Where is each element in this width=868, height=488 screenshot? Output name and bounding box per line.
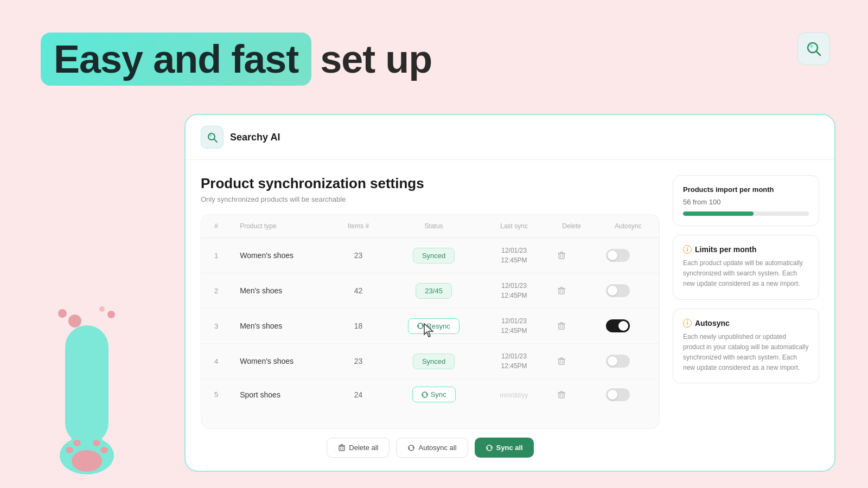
- import-count: 56 from 100: [683, 198, 809, 206]
- row-number: 1: [201, 238, 231, 273]
- autosync-all-button[interactable]: Autosync all: [396, 438, 468, 458]
- app-header: Searchy AI: [186, 115, 834, 160]
- row-number: 4: [201, 344, 231, 379]
- row-number: 2: [201, 273, 231, 309]
- limits-title: i Limits per month: [683, 245, 809, 254]
- sync-table: # Product type Items # Status Last sync …: [201, 215, 659, 410]
- left-content: Product synchronization settings Only sy…: [201, 175, 660, 460]
- page-subtitle: Only synchronized products will be searc…: [201, 195, 660, 203]
- row-items: 23: [331, 238, 385, 273]
- row-autosync-toggle[interactable]: [597, 309, 660, 344]
- paw-character: [33, 282, 141, 488]
- limits-card: i Limits per month Each product update w…: [673, 235, 819, 300]
- col-number: #: [201, 215, 231, 238]
- delete-row-button[interactable]: [555, 319, 568, 332]
- svg-point-2: [810, 44, 813, 48]
- toggle-knob: [608, 356, 617, 366]
- svg-rect-36: [559, 359, 564, 364]
- toggle-switch[interactable]: [606, 319, 630, 332]
- sync-all-button[interactable]: Sync all: [475, 438, 534, 458]
- row-delete[interactable]: [546, 309, 597, 344]
- toggle-switch[interactable]: [606, 249, 630, 262]
- toggle-switch[interactable]: [606, 388, 630, 401]
- row-status[interactable]: Synced: [386, 344, 482, 379]
- table-body: 1Women's shoes23Synced12/01/2312:45PM2Me…: [201, 238, 659, 410]
- table-container: # Product type Items # Status Last sync …: [201, 214, 660, 429]
- svg-point-13: [93, 440, 100, 446]
- col-items: Items #: [331, 215, 385, 238]
- autosync-info-icon: i: [683, 319, 692, 328]
- top-right-icon-button[interactable]: [797, 33, 830, 65]
- col-last-sync: Last sync: [482, 215, 546, 238]
- delete-all-button[interactable]: Delete all: [327, 438, 390, 458]
- delete-row-button[interactable]: [555, 388, 568, 401]
- sync-all-label: Sync all: [496, 444, 523, 452]
- row-delete[interactable]: [546, 344, 597, 379]
- delete-row-button[interactable]: [555, 249, 568, 262]
- row-status[interactable]: 23/45: [386, 273, 482, 309]
- svg-point-11: [100, 447, 108, 453]
- row-autosync-toggle[interactable]: [597, 379, 660, 410]
- autosync-title: i Autosync: [683, 319, 809, 328]
- svg-rect-46: [339, 446, 344, 451]
- row-product-type: Men's shoes: [231, 309, 331, 344]
- row-number: 3: [201, 309, 231, 344]
- row-delete[interactable]: [546, 379, 597, 410]
- col-delete: Delete: [546, 215, 597, 238]
- app-title: Searchy AI: [230, 132, 280, 143]
- table-row: 3Men's shoes18Resync12/01/2312:45PM: [201, 309, 659, 344]
- svg-point-20: [209, 134, 212, 137]
- row-last-sync: 12/01/2312:45PM: [482, 238, 546, 273]
- sync-all-icon: [486, 444, 493, 452]
- svg-point-15: [58, 309, 67, 318]
- row-autosync-toggle[interactable]: [597, 238, 660, 273]
- delete-row-button[interactable]: [555, 355, 568, 368]
- row-autosync-toggle[interactable]: [597, 344, 660, 379]
- svg-point-14: [68, 314, 81, 328]
- import-card: Products import per month 56 from 100: [673, 175, 819, 226]
- toggle-knob: [618, 321, 628, 331]
- row-last-sync: 12/01/2312:45PM: [482, 309, 546, 344]
- page-title: Product synchronization settings: [201, 175, 660, 192]
- svg-rect-31: [559, 324, 564, 329]
- row-status[interactable]: Sync: [386, 379, 482, 410]
- heading-highlight: Easy and fast: [41, 33, 311, 86]
- bottom-actions: Delete all Autosync all: [201, 429, 660, 460]
- table-row: 2Men's shoes4223/4512/01/2312:45PM: [201, 273, 659, 309]
- info-icon: i: [683, 245, 692, 254]
- row-delete[interactable]: [546, 273, 597, 309]
- svg-point-12: [73, 440, 81, 446]
- row-items: 24: [331, 379, 385, 410]
- delete-row-button[interactable]: [555, 284, 568, 297]
- app-card: Searchy AI Product synchronization setti…: [184, 114, 835, 472]
- toggle-switch[interactable]: [606, 284, 630, 297]
- delete-all-label: Delete all: [349, 444, 378, 452]
- limits-text: Each product update will be automaticall…: [683, 258, 809, 290]
- row-product-type: Women's shoes: [231, 344, 331, 379]
- row-last-sync: mm/dd/yy: [482, 379, 546, 410]
- autosync-card: i Autosync Each newly unpublished or upd…: [673, 309, 819, 384]
- svg-point-17: [99, 306, 105, 312]
- toggle-knob: [608, 251, 617, 260]
- app-logo: [201, 126, 224, 149]
- svg-point-16: [107, 311, 115, 318]
- row-status[interactable]: Synced: [386, 238, 482, 273]
- col-autosync: Autosync: [597, 215, 660, 238]
- svg-rect-21: [559, 254, 564, 259]
- col-status: Status: [386, 215, 482, 238]
- progress-bar-fill: [683, 211, 754, 216]
- row-number: 5: [201, 379, 231, 410]
- svg-line-1: [816, 51, 820, 55]
- row-autosync-toggle[interactable]: [597, 273, 660, 309]
- row-status[interactable]: Resync: [386, 309, 482, 344]
- toggle-switch[interactable]: [606, 355, 630, 368]
- row-last-sync: 12/01/2312:45PM: [482, 344, 546, 379]
- right-sidebar: Products import per month 56 from 100 i …: [673, 175, 819, 460]
- svg-point-10: [66, 447, 73, 453]
- autosync-text: Each newly unpublished or updated produc…: [683, 332, 809, 374]
- toggle-knob: [608, 390, 617, 400]
- row-delete[interactable]: [546, 238, 597, 273]
- autosync-title-text: Autosync: [695, 319, 730, 328]
- row-items: 23: [331, 344, 385, 379]
- svg-rect-3: [65, 325, 108, 445]
